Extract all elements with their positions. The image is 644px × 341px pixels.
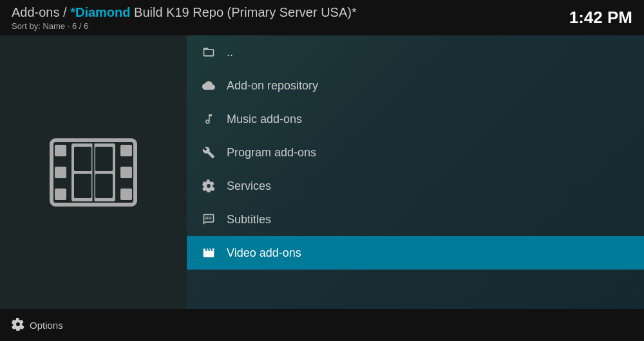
svg-rect-1: [55, 145, 66, 156]
list-item-services[interactable]: Services: [187, 169, 644, 203]
header: Add-ons / *Diamond Build K19 Repo (Prima…: [0, 0, 644, 35]
list-item-video-addons[interactable]: Video add-ons: [187, 236, 644, 270]
svg-rect-9: [74, 147, 91, 171]
svg-rect-11: [74, 174, 91, 198]
header-sort: Sort by: Name · 6 / 6: [12, 21, 357, 31]
left-panel: [0, 35, 187, 309]
options-label: Options: [30, 320, 63, 331]
svg-rect-4: [120, 145, 132, 156]
folder-icon: [200, 46, 218, 59]
video-icon: [200, 246, 218, 259]
list-panel: ..Add-on repositoryMusic add-onsProgram …: [187, 35, 644, 309]
subtitles-icon: [200, 213, 218, 226]
list-item-label-video-addons: Video add-ons: [227, 246, 301, 260]
list-item-program-addons[interactable]: Program add-ons: [187, 136, 644, 169]
gear-icon: [200, 180, 218, 192]
list-item-label-subtitles: Subtitles: [227, 213, 271, 226]
list-item-music-addons[interactable]: Music add-ons: [187, 102, 644, 136]
svg-rect-3: [55, 189, 66, 200]
list-item-label-services: Services: [227, 180, 271, 193]
gear-icon: [12, 318, 24, 333]
breadcrumb-prefix: Add-ons /: [12, 5, 70, 19]
bottom-bar: Options: [0, 309, 644, 341]
count-label: 6 / 6: [72, 21, 88, 31]
list-item-subtitles[interactable]: Subtitles: [187, 203, 644, 236]
svg-rect-10: [95, 147, 113, 171]
header-left: Add-ons / *Diamond Build K19 Repo (Prima…: [12, 5, 357, 31]
list-item-parent[interactable]: ..: [187, 35, 644, 69]
breadcrumb-suffix: Build K19 Repo (Primary Server USA)*: [131, 5, 357, 19]
clock: 1:42 PM: [569, 8, 632, 28]
list-item-label-addon-repo: Add-on repository: [227, 79, 318, 93]
svg-rect-2: [55, 167, 66, 178]
sort-label: Sort by: Name: [12, 21, 65, 31]
header-title: Add-ons / *Diamond Build K19 Repo (Prima…: [12, 5, 357, 20]
cloud-icon: [200, 79, 218, 92]
svg-rect-6: [120, 189, 132, 200]
svg-rect-12: [95, 174, 113, 198]
wrench-icon: [200, 146, 218, 159]
list-item-label-music-addons: Music add-ons: [227, 113, 302, 126]
list-item-addon-repo[interactable]: Add-on repository: [187, 69, 644, 102]
list-item-label-parent: ..: [227, 46, 233, 59]
film-icon: [48, 137, 138, 208]
breadcrumb-diamond: *Diamond: [70, 5, 130, 19]
options-button[interactable]: Options: [12, 318, 63, 333]
list-item-label-program-addons: Program add-ons: [227, 146, 316, 160]
music-icon: [200, 113, 218, 125]
svg-rect-5: [120, 167, 132, 178]
